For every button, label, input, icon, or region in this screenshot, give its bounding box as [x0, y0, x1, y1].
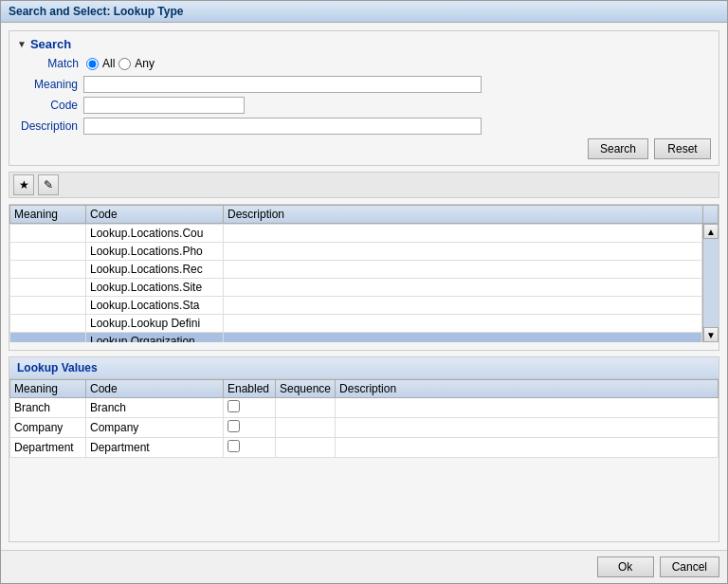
lv-col-description: Description: [336, 380, 719, 398]
results-scroll-container: Lookup.Locations.CouLookup.Locations.Pho…: [9, 224, 719, 342]
cell-code: Lookup.Organization.: [86, 333, 224, 343]
dialog-title: Search and Select: Lookup Type: [1, 1, 727, 23]
meaning-row: Meaning: [17, 76, 711, 93]
radio-all[interactable]: [86, 58, 99, 70]
cell-description: [224, 297, 702, 315]
lookup-values-table-container[interactable]: Meaning Code Enabled Sequence Descriptio…: [9, 379, 719, 541]
cell-description: [224, 225, 702, 243]
table-row[interactable]: Lookup.Lookup Defini: [10, 315, 702, 333]
meaning-input[interactable]: [83, 76, 482, 93]
lv-col-enabled: Enabled: [224, 380, 276, 398]
table-row[interactable]: Lookup.Locations.Pho: [10, 243, 702, 261]
lv-cell-enabled[interactable]: [224, 398, 276, 418]
select-icon: ★: [19, 178, 29, 192]
cell-meaning: [10, 279, 86, 297]
lv-cell-meaning: Department: [10, 438, 86, 458]
lv-cell-sequence: [276, 418, 336, 438]
radio-any[interactable]: [118, 58, 131, 70]
cell-meaning: [10, 261, 86, 279]
cell-code: Lookup.Locations.Rec: [86, 261, 224, 279]
search-section-header[interactable]: ▼ Search: [17, 37, 711, 51]
lv-cell-enabled[interactable]: [224, 418, 276, 438]
radio-any-label: Any: [135, 57, 155, 70]
radio-group: All Any: [86, 57, 155, 70]
cell-description: [224, 333, 702, 343]
code-input[interactable]: [83, 97, 245, 114]
meaning-label: Meaning: [17, 78, 83, 91]
results-table: Meaning Code Description: [9, 205, 719, 224]
cell-description: [224, 243, 702, 261]
radio-all-label: All: [102, 57, 115, 70]
lv-cell-description: [336, 398, 719, 418]
match-row: Match All Any: [17, 57, 711, 70]
lv-cell-code: Branch: [86, 398, 224, 418]
lookup-values-header: Lookup Values: [9, 357, 719, 379]
col-header-meaning: Meaning: [10, 206, 86, 224]
list-item[interactable]: BranchBranch: [10, 398, 719, 418]
match-label: Match: [17, 57, 79, 70]
cell-meaning: [10, 333, 86, 343]
list-item[interactable]: CompanyCompany: [10, 418, 719, 438]
edit-icon: ✎: [44, 178, 53, 192]
cancel-button[interactable]: Cancel: [660, 557, 719, 577]
cell-code: Lookup.Locations.Site: [86, 279, 224, 297]
lv-cell-sequence: [276, 438, 336, 458]
lookup-values-table: Meaning Code Enabled Sequence Descriptio…: [9, 379, 719, 458]
chevron-icon: ▼: [17, 39, 27, 49]
select-button[interactable]: ★: [13, 174, 34, 195]
dialog-container: Search and Select: Lookup Type ▼ Search …: [0, 0, 728, 584]
cell-meaning: [10, 225, 86, 243]
lv-cell-sequence: [276, 398, 336, 418]
ok-button[interactable]: Ok: [597, 557, 654, 577]
code-label: Code: [17, 99, 83, 112]
reset-button[interactable]: Reset: [654, 138, 711, 159]
scroll-up-arrow[interactable]: ▲: [703, 224, 719, 239]
cell-meaning: [10, 297, 86, 315]
lv-col-meaning: Meaning: [10, 380, 86, 398]
results-toolbar: ★ ✎: [9, 172, 719, 198]
search-section-title: Search: [30, 37, 71, 51]
edit-button[interactable]: ✎: [38, 174, 59, 195]
lv-cell-description: [336, 418, 719, 438]
table-row[interactable]: Lookup.Locations.Rec: [10, 261, 702, 279]
cell-description: [224, 315, 702, 333]
search-button[interactable]: Search: [588, 138, 648, 159]
table-row[interactable]: Lookup.Locations.Sta: [10, 297, 702, 315]
dialog-content: ▼ Search Match All Any Meaning Code: [1, 23, 727, 550]
list-item[interactable]: DepartmentDepartment: [10, 438, 719, 458]
table-row[interactable]: Lookup.Locations.Site: [10, 279, 702, 297]
cell-code: Lookup.Lookup Defini: [86, 315, 224, 333]
lv-cell-meaning: Branch: [10, 398, 86, 418]
cell-description: [224, 261, 702, 279]
dialog-footer: Ok Cancel: [1, 550, 727, 583]
col-header-description: Description: [224, 206, 703, 224]
scroll-down-arrow[interactable]: ▼: [703, 327, 719, 342]
cell-code: Lookup.Locations.Pho: [86, 243, 224, 261]
cell-meaning: [10, 243, 86, 261]
lv-col-code: Code: [86, 380, 224, 398]
lv-cell-description: [336, 438, 719, 458]
description-input[interactable]: [83, 118, 482, 135]
results-table-scroll[interactable]: Lookup.Locations.CouLookup.Locations.Pho…: [9, 224, 702, 342]
scroll-track[interactable]: [703, 239, 719, 327]
code-row: Code: [17, 97, 711, 114]
col-header-scroll: [703, 206, 719, 224]
col-header-code: Code: [86, 206, 224, 224]
lv-cell-code: Department: [86, 438, 224, 458]
lv-cell-enabled[interactable]: [224, 438, 276, 458]
table-row[interactable]: Lookup.Locations.Cou: [10, 225, 702, 243]
lv-col-sequence: Sequence: [276, 380, 336, 398]
scrollbar[interactable]: ▲ ▼: [702, 224, 719, 342]
description-label: Description: [17, 119, 83, 133]
cell-meaning: [10, 315, 86, 333]
results-table-container: Meaning Code Description: [9, 204, 719, 351]
table-row[interactable]: Lookup.Organization.: [10, 333, 702, 343]
lv-cell-code: Company: [86, 418, 224, 438]
description-row: Description: [17, 118, 711, 135]
lookup-values-header-row: Meaning Code Enabled Sequence Descriptio…: [10, 380, 719, 398]
results-table-header-row: Meaning Code Description: [10, 206, 719, 224]
cell-description: [224, 279, 702, 297]
search-button-row: Search Reset: [17, 138, 711, 159]
lookup-values-section: Lookup Values Meaning Code Enabled Seque…: [9, 356, 719, 542]
results-table-body: Lookup.Locations.CouLookup.Locations.Pho…: [9, 224, 702, 342]
